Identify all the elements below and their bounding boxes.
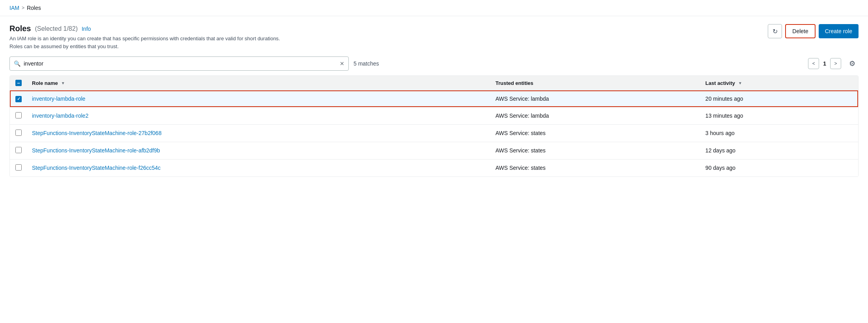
create-role-button[interactable]: Create role xyxy=(819,24,859,38)
trusted-entities-cell: AWS Service: states xyxy=(491,124,701,142)
role-name-cell: inventory-lambda-role2 xyxy=(27,107,491,124)
settings-button[interactable]: ⚙ xyxy=(846,57,859,70)
selected-count: (Selected 1/82) xyxy=(35,25,78,32)
table-body: inventory-lambda-roleAWS Service: lambda… xyxy=(10,90,858,177)
row-checkbox[interactable] xyxy=(15,130,22,136)
row-checkbox-cell xyxy=(10,124,27,142)
trusted-entities-cell: AWS Service: states xyxy=(491,159,701,177)
description-line2: Roles can be assumed by entities that yo… xyxy=(9,43,119,49)
role-name-link[interactable]: inventory-lambda-role2 xyxy=(32,113,88,119)
matches-text: 5 matches xyxy=(354,60,379,67)
table-row: StepFunctions-InventoryStateMachine-role… xyxy=(10,159,858,177)
roles-table-wrapper: Role name ▼ Trusted entities Last activi… xyxy=(9,75,859,177)
breadcrumb-separator: > xyxy=(22,5,24,11)
refresh-button[interactable]: ↻ xyxy=(768,24,782,38)
role-name-cell: StepFunctions-InventoryStateMachine-role… xyxy=(27,142,491,159)
role-name-cell: inventory-lambda-role xyxy=(27,90,491,107)
breadcrumb-current: Roles xyxy=(27,5,41,11)
breadcrumb-iam-link[interactable]: IAM xyxy=(9,5,19,11)
row-checkbox-cell xyxy=(10,142,27,159)
role-name-link[interactable]: inventory-lambda-role xyxy=(32,96,85,102)
breadcrumb: IAM > Roles xyxy=(0,0,868,16)
col-role-name[interactable]: Role name ▼ xyxy=(27,76,491,90)
trusted-entities-cell: AWS Service: states xyxy=(491,142,701,159)
page-title: Roles xyxy=(9,24,31,33)
role-name-cell: StepFunctions-InventoryStateMachine-role… xyxy=(27,124,491,142)
role-name-link[interactable]: StepFunctions-InventoryStateMachine-role… xyxy=(32,147,160,154)
info-link[interactable]: Info xyxy=(82,26,91,32)
col-trusted-entities: Trusted entities xyxy=(491,76,701,90)
delete-button[interactable]: Delete xyxy=(785,24,815,38)
row-checkbox[interactable] xyxy=(15,147,22,153)
row-checkbox-cell xyxy=(10,107,27,124)
last-activity-cell: 3 hours ago xyxy=(701,124,858,142)
row-checkbox-cell xyxy=(10,90,27,107)
row-checkbox-cell xyxy=(10,159,27,177)
row-checkbox[interactable] xyxy=(15,96,22,102)
header-row: Roles (Selected 1/82) Info An IAM role i… xyxy=(9,24,859,50)
last-activity-sort-icon: ▼ xyxy=(738,81,742,85)
trusted-entities-cell: AWS Service: lambda xyxy=(491,107,701,124)
select-all-checkbox[interactable] xyxy=(15,80,22,86)
search-icon: 🔍 xyxy=(14,60,21,67)
table-row: StepFunctions-InventoryStateMachine-role… xyxy=(10,142,858,159)
role-name-cell: StepFunctions-InventoryStateMachine-role… xyxy=(27,159,491,177)
prev-page-button[interactable]: < xyxy=(808,58,819,69)
next-page-button[interactable]: > xyxy=(830,58,841,69)
pagination-controls: < 1 > xyxy=(808,58,841,69)
page-number: 1 xyxy=(821,60,828,67)
settings-icon: ⚙ xyxy=(849,59,855,68)
description: An IAM role is an identity you can creat… xyxy=(9,35,280,50)
col-last-activity[interactable]: Last activity ▼ xyxy=(701,76,858,90)
search-input[interactable] xyxy=(24,60,337,67)
search-row: 🔍 ✕ 5 matches < 1 > ⚙ xyxy=(9,56,859,71)
last-activity-cell: 13 minutes ago xyxy=(701,107,858,124)
action-buttons: ↻ Delete Create role xyxy=(768,24,859,38)
select-all-header[interactable] xyxy=(10,76,27,90)
title-line: Roles (Selected 1/82) Info xyxy=(9,24,280,33)
clear-icon[interactable]: ✕ xyxy=(340,60,344,67)
row-checkbox[interactable] xyxy=(15,164,22,171)
table-row: inventory-lambda-role2AWS Service: lambd… xyxy=(10,107,858,124)
title-section: Roles (Selected 1/82) Info An IAM role i… xyxy=(9,24,280,50)
role-name-sort-icon: ▼ xyxy=(61,81,65,85)
description-line1: An IAM role is an identity you can creat… xyxy=(9,36,280,41)
role-name-link[interactable]: StepFunctions-InventoryStateMachine-role… xyxy=(32,165,161,171)
table-row: inventory-lambda-roleAWS Service: lambda… xyxy=(10,90,858,107)
role-name-link[interactable]: StepFunctions-InventoryStateMachine-role… xyxy=(32,130,161,136)
last-activity-cell: 12 days ago xyxy=(701,142,858,159)
trusted-entities-cell: AWS Service: lambda xyxy=(491,90,701,107)
roles-table: Role name ▼ Trusted entities Last activi… xyxy=(10,76,858,177)
table-row: StepFunctions-InventoryStateMachine-role… xyxy=(10,124,858,142)
main-content: Roles (Selected 1/82) Info An IAM role i… xyxy=(0,16,868,185)
refresh-icon: ↻ xyxy=(773,28,778,35)
search-wrapper: 🔍 ✕ xyxy=(9,56,349,71)
last-activity-cell: 20 minutes ago xyxy=(701,90,858,107)
last-activity-cell: 90 days ago xyxy=(701,159,858,177)
table-header-row: Role name ▼ Trusted entities Last activi… xyxy=(10,76,858,90)
row-checkbox[interactable] xyxy=(15,112,22,118)
